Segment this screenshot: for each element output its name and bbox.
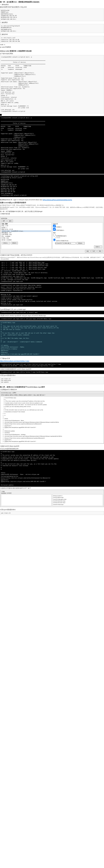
ftp-file: CentOS-Debuginfo.repo: [53, 498, 102, 500]
device-row: 内存 - 1 GB: [2, 225, 51, 226]
code-ifcfg: DEVICE=eth0 ONBOOT=yes BOOTPROTO=static …: [0, 8, 104, 21]
iso-path-input[interactable]: [55, 242, 76, 244]
sub-9-1: 2.修改CentOS-Base.repo软件: [0, 445, 104, 447]
iso-radio[interactable]: [53, 239, 56, 241]
editor-menu[interactable]: 文件(F) 编辑(E) 格式(O) 查看(V) 帮助(H) 选择(S) 设置(T…: [1, 394, 103, 396]
add-button[interactable]: 添加(A)...: [2, 242, 10, 244]
ftp-local[interactable]: [1, 494, 52, 506]
physical-radio[interactable]: [53, 234, 56, 236]
sub-10-1: 6.置行yum清除缓存命令: [0, 509, 104, 511]
sub-1-1: 一,修改ip地址: [0, 4, 104, 6]
code-network: vi /etc/sysconfig/network NETWORKING=yes…: [0, 24, 104, 33]
code-base-repo-dark: # CentOS-Base.repo # # The mirror system…: [0, 450, 104, 487]
section-1-title: 第一种：命令配置DNS（需要重启网络配置,永远生效）: [0, 1, 104, 3]
sub-7-1: 7.下载repo文件: [0, 358, 104, 360]
ftp-title: 7 传输: [1, 491, 103, 492]
conn-label: 连接: [53, 232, 102, 234]
sub-1-4: 三,修改DNS: [0, 33, 104, 35]
device-row: USB 控制器 - 存在: [2, 234, 51, 235]
code-cat-ifcfg: [root@rhgsyn-04$ network-scripts]# cat i…: [0, 174, 104, 197]
section-2-title: DNScd eth0 查看所有 4 块物理网卡的名称: [0, 50, 104, 52]
device-row: 处理器 - 1: [2, 227, 51, 228]
repo-media-config: # CentOS-Media.repo # # This repo can be…: [0, 321, 104, 356]
code-ethtool-dark: [root@web15822 network-scripts]# nmcli -…: [0, 116, 104, 174]
code-mv-repo: [root@localhost yum.repos.d]# mv Centos-…: [0, 370, 104, 374]
sub-5-title: 3.加载ISO光盘下的rpm包加载，使它在正CD/DVD: [0, 254, 104, 256]
sub-7-3: 9.置行yum清除缓存命令: [0, 374, 104, 376]
sub-1-5: route -n: [0, 44, 104, 46]
section-8-title: 第二种，使用DNS工具直接简单说下CentOS-Base.repo软件: [0, 386, 104, 388]
ftp-tabs[interactable]: 快速连接 文件管理: [1, 492, 103, 494]
link-centos7-repo[interactable]: https://mirrors.aliyun.com/repo/Centos-7…: [0, 360, 29, 362]
ftp-file: CentOS-fasttrack.repo: [53, 500, 102, 502]
device-row: 声卡 - 自动检测: [2, 236, 51, 237]
text-wget-intro: 配置网络DNS后 即 : wget -O /etc/yum.repos.d/Ce…: [0, 199, 104, 201]
device-list[interactable]: 设备 | 摘要 内存 - 1 GB 处理器 - 1 硬盘 (SCSI) - 20…: [1, 222, 52, 249]
para-3-2: 那发现如果是整个wget好了工具，分析只搭好yum更新工具镜，于是sucop-有…: [0, 207, 104, 210]
ok-button[interactable]: 确定: [85, 250, 91, 252]
editor-title: CentOS-Base.repo - 记事本: [1, 392, 103, 394]
code-clean-all: yum clean all: [0, 511, 104, 515]
advanced-button[interactable]: 高级(V)...: [94, 246, 102, 248]
cancel-button[interactable]: 取消: [91, 250, 97, 252]
sub-3-2: 1.加载本地光盘: [0, 213, 104, 215]
help-button[interactable]: 帮助: [97, 250, 103, 252]
code-yum-install: Nothing to do [root@localhost yum.repos.…: [0, 293, 104, 307]
code-mount: [root@localhost yum.repos.d]# mount /dev…: [0, 284, 104, 292]
device-row: 打印机 - 存在: [2, 237, 51, 239]
tab-options[interactable]: 选项: [7, 220, 13, 222]
notepad-editor: CentOS-Base.repo - 记事本 文件(F) 编辑(E) 格式(O)…: [0, 391, 104, 443]
sub-5-note: 4.到/etc/yum.repos/d/目录下，得到CentOS-Base.re…: [0, 257, 104, 260]
device-row: 显示器 - 自动检测: [2, 239, 51, 241]
sub-3-1: 第一种：对于返现镜像中并没有工具，如打开以通过过安装@wget: [0, 211, 104, 213]
editor-body[interactable]: 1# CentOS-Base.repo2#3# The mirror syste…: [1, 397, 103, 443]
device-detail: 设备状态 已连接(C) 启动时连接(O) 连接 使用物理驱动器(P): 自动检测…: [52, 222, 103, 249]
sub-1-6: ip route 查看网关: [0, 46, 104, 48]
code-wget-repo: [root@localhost yum.repos.d]# wget https…: [0, 363, 104, 368]
ftp-file: CentOS-Base.repo: [53, 497, 102, 498]
code-yum-clean: yum clean all yum makecache yum update: [0, 377, 104, 384]
section-3-title: 在新CentOS的yum所有软件的软件: [0, 202, 104, 204]
browse-button[interactable]: 浏览(B)...: [76, 242, 85, 245]
vm-settings-dialog: 虚拟机设备 硬件 选项 设备 | 摘要 内存 - 1 GB 处理器 - 1 硬盘…: [0, 217, 104, 254]
sub-6-2: 6.配置CentOS-Media.repo的软件 /etc/yum.repos.…: [0, 315, 104, 317]
sub-9-2: 4.导入LInx损坏加后好的文件: [0, 448, 104, 450]
black-square-icon: [0, 114, 2, 116]
code-nmcli: [root@web15822 network-scripts]# nmcli -…: [0, 55, 104, 113]
sub-2: 以下是补充其它网友: [0, 53, 104, 55]
tab-hardware[interactable]: 硬件: [1, 220, 7, 222]
code-resolv: vi /etc/resolv.conf nameserver 202.103.2…: [0, 36, 104, 43]
poweron-checkbox[interactable]: [53, 228, 56, 231]
para-3-1: 由于我的机子到达不了外网，所以yum更新把下来很慢而且无效的，线上搭好镜大有或者…: [0, 205, 104, 206]
sub-6-1: 5.yum安装wget工具: yum -y install wget: [0, 308, 104, 310]
sub-1-2: 修改对应网卡的IP地址的配置 vi ifcfg-eth0: [0, 6, 104, 8]
device-row: 网络适配器 - NAT: [2, 232, 51, 234]
device-row: 硬盘 (SCSI) - 20 GB: [2, 228, 51, 230]
ftp-dialog: 7 传输 快速连接 文件管理 /etc/yum.repos.d CentOS-B…: [0, 490, 104, 507]
remove-button[interactable]: 移除(R): [11, 242, 18, 244]
code-yum-wget: [root@localhost yum.repos.d]# yum -y ins…: [0, 311, 104, 314]
code-vi-media: [root@localhost yum.repos.d]# vi /etc/yu…: [0, 317, 104, 320]
sub-9-3: 5.把好的文件复制到需要更新的操作文件下 如下: [0, 487, 104, 489]
code-ls-repos: -rw-r--r--. 1 root root 1664 Jul 4 2014 …: [0, 260, 104, 283]
status-label: 设备状态: [53, 223, 102, 225]
connected-checkbox[interactable]: [53, 225, 56, 227]
ftp-file: CentOS-Sources.repo: [53, 502, 102, 503]
sub-7-2: 8.修改找名稱取換重要原 CentOS-Base.repo软件: [0, 368, 104, 370]
ftp-remote[interactable]: /etc/yum.repos.d CentOS-Base.repo CentOS…: [52, 494, 103, 506]
link-aliyun-6[interactable]: https://mirrors.aliyun.com/repo/Centos-6…: [43, 199, 72, 200]
dialog-title: 虚拟机设备: [1, 218, 103, 219]
device-row: CD/DVD (IDE) - 正在使用文件 D:\Cent...: [2, 230, 51, 232]
sub-1-3: 二,修改网关: [0, 22, 104, 24]
ftp-file: CentOS-Vault.repo: [53, 504, 102, 505]
sub-8-1: 1.使用某pad打开素材文件: [0, 389, 104, 391]
